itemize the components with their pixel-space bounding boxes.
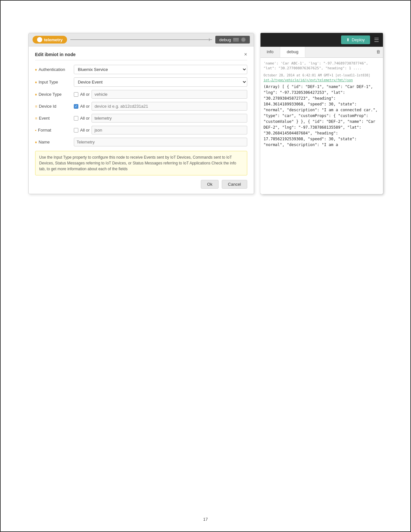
authentication-icon: ♦ (35, 67, 37, 72)
node-chip-icon (37, 37, 42, 42)
debug-tab-actions: 🗑 (374, 47, 383, 57)
format-radio-group: All or (74, 126, 247, 134)
page-number: 17 (203, 517, 208, 522)
dialog-content: Edit ibmiot in node × ♦ Authentication B… (29, 46, 254, 194)
debug-chip[interactable]: debug (215, 36, 250, 44)
device-id-checkbox[interactable]: ✓ (74, 104, 78, 109)
input-type-row: ♦ Input Type Device Event (35, 77, 247, 87)
event-radio-label: All or (80, 116, 90, 121)
debug-chip-label: debug (219, 37, 231, 42)
ok-button[interactable]: Ok (201, 180, 219, 189)
arrow-line (70, 39, 212, 40)
event-row: ≡ Event All or (35, 114, 247, 123)
format-label: ▪ Format (35, 128, 74, 133)
device-type-icon: ♦ (35, 92, 37, 97)
format-radio-label: All or (80, 128, 90, 133)
close-icon[interactable]: × (244, 52, 247, 57)
cancel-button[interactable]: Cancel (222, 180, 247, 189)
device-type-row: ♦ Device Type All or (35, 90, 247, 99)
debug-timestamp: October 28, 2014 at 6:42:01 AM GMT+1 [ot… (264, 73, 380, 83)
debug-lines-icon (233, 38, 239, 41)
authentication-row: ♦ Authentication Bluemix Service (35, 65, 247, 74)
info-box: Use the Input Type property to configure… (35, 151, 247, 175)
debug-data: (Array) [ { "id": "DEF-1", "name": "Car … (264, 84, 380, 148)
deploy-label: Deploy (352, 37, 365, 42)
node-chip-label: telemetry (44, 37, 63, 42)
content-area: telemetry debug Edit ibmiot in node (28, 33, 383, 194)
authentication-select[interactable]: Bluemix Service (74, 65, 247, 74)
input-type-icon: ♦ (35, 80, 37, 84)
button-row: Ok Cancel (35, 180, 247, 189)
input-type-label: ♦ Input Type (35, 80, 74, 84)
device-type-radio-group: All or (74, 90, 247, 99)
device-id-icon: ≡ (35, 104, 37, 109)
device-id-label: ≡ Device Id (35, 104, 74, 109)
authentication-label: ♦ Authentication (35, 67, 74, 72)
hamburger-icon[interactable]: ☰ (374, 36, 379, 44)
deploy-icon: ⬆ (346, 37, 350, 42)
event-icon: ≡ (35, 116, 37, 121)
debug-line-3 (233, 41, 239, 41)
toggle-circle[interactable] (241, 37, 246, 42)
device-type-checkbox[interactable] (74, 92, 78, 97)
format-input[interactable] (92, 126, 247, 134)
authentication-control: Bluemix Service (74, 65, 247, 74)
telemetry-node-chip[interactable]: telemetry (33, 36, 67, 44)
trash-icon[interactable]: 🗑 (376, 49, 380, 54)
device-id-input[interactable] (92, 102, 247, 111)
tab-debug[interactable]: debug (280, 47, 305, 57)
name-label: ♦ Name (35, 140, 74, 144)
left-panel: telemetry debug Edit ibmiot in node (28, 33, 254, 194)
tab-info[interactable]: info (260, 47, 280, 57)
format-icon: ▪ (35, 128, 36, 133)
device-id-control: ✓ All or (74, 102, 247, 111)
event-radio-group: All or (74, 114, 247, 123)
format-row: ▪ Format All or (35, 126, 247, 134)
event-label: ≡ Event (35, 116, 74, 121)
debug-line-2 (233, 39, 239, 40)
debug-url-link[interactable]: iot-2/type/vehicle/id/+/evt/telemetry/fm… (264, 78, 353, 82)
event-input[interactable] (92, 114, 247, 123)
info-text: Use the Input Type property to configure… (39, 155, 236, 171)
event-control: All or (74, 114, 247, 123)
device-id-radio-group: ✓ All or (74, 102, 247, 111)
name-control (74, 138, 247, 146)
device-id-row: ≡ Device Id ✓ All or (35, 102, 247, 111)
input-type-control: Device Event (74, 77, 247, 87)
debug-tabs: info debug 🗑 (260, 47, 383, 58)
debug-line-1 (233, 38, 239, 39)
event-checkbox[interactable] (74, 116, 78, 121)
device-type-control: All or (74, 90, 247, 99)
format-control: All or (74, 126, 247, 134)
page-container: telemetry debug Edit ibmiot in node (1, 1, 410, 531)
device-id-radio-label: All or (80, 104, 90, 109)
name-input[interactable] (74, 138, 247, 146)
device-type-radio-label: All or (80, 92, 90, 97)
debug-output[interactable]: 'name': 'Car ABC-1', 'lng': "-97.7468973… (260, 58, 383, 194)
device-type-input[interactable] (92, 90, 247, 99)
device-type-label: ♦ Device Type (35, 92, 74, 97)
node-header-bar: telemetry debug (29, 33, 254, 46)
input-type-select[interactable]: Device Event (74, 77, 247, 87)
debug-topbar: ⬆ Deploy ☰ (260, 33, 383, 47)
dialog-title-bar: Edit ibmiot in node × (35, 52, 247, 60)
name-icon: ♦ (35, 140, 37, 144)
right-panel: ⬆ Deploy ☰ info debug 🗑 'name': 'Car ABC… (260, 33, 383, 194)
debug-faded-text: 'name': 'Car ABC-1', 'lng': "-97.7468973… (264, 61, 380, 71)
format-checkbox[interactable] (74, 128, 78, 133)
dialog-title: Edit ibmiot in node (35, 52, 76, 57)
deploy-button[interactable]: ⬆ Deploy (341, 35, 370, 44)
name-row: ♦ Name (35, 138, 247, 146)
